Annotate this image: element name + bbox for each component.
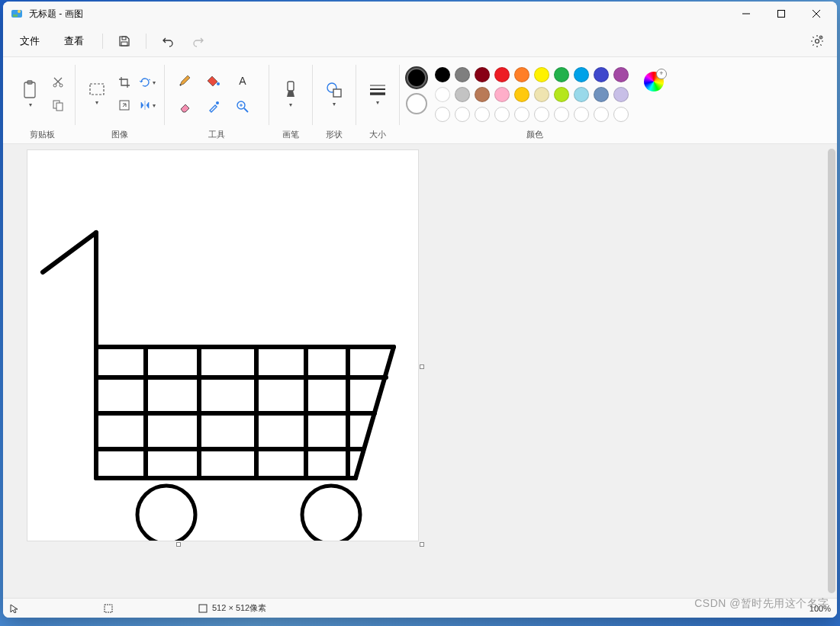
- menu-file[interactable]: 文件: [9, 30, 50, 53]
- paint-window: 无标题 - 画图 文件 查看 ▾: [3, 2, 837, 618]
- cursor-icon: [9, 604, 18, 613]
- edit-colors-button[interactable]: [644, 72, 664, 91]
- swatch[interactable]: [554, 87, 569, 102]
- svg-point-45: [137, 486, 195, 541]
- swatch-grid: [435, 67, 630, 124]
- svg-point-21: [216, 101, 219, 104]
- crop-button[interactable]: [114, 72, 135, 93]
- shapes-button[interactable]: ▾: [319, 72, 349, 115]
- swatch[interactable]: [613, 67, 629, 82]
- redo-button[interactable]: [185, 29, 212, 53]
- resize-handle-se[interactable]: [420, 542, 424, 547]
- swatch[interactable]: [554, 67, 569, 82]
- swatch[interactable]: [435, 67, 450, 82]
- status-dimensions: 512 × 512像素: [198, 602, 282, 614]
- menubar: 文件 查看: [3, 26, 837, 56]
- eraser-tool[interactable]: [171, 95, 198, 119]
- swatch[interactable]: [435, 87, 450, 102]
- swatch-empty[interactable]: [574, 107, 589, 122]
- svg-point-46: [302, 486, 360, 541]
- color2-swatch[interactable]: [406, 93, 427, 114]
- svg-line-23: [244, 108, 248, 112]
- svg-line-32: [43, 233, 96, 272]
- svg-rect-48: [199, 605, 207, 612]
- group-colors: 颜色: [400, 62, 670, 142]
- color1-swatch[interactable]: [406, 67, 427, 88]
- group-brushes: ▾ 画笔: [269, 62, 312, 142]
- menu-view[interactable]: 查看: [53, 30, 95, 53]
- swatch[interactable]: [594, 67, 609, 82]
- titlebar: 无标题 - 画图: [3, 2, 837, 26]
- group-size: ▾ 大小: [356, 62, 399, 142]
- svg-rect-26: [288, 82, 294, 91]
- svg-rect-17: [90, 84, 104, 95]
- fill-tool[interactable]: [200, 69, 227, 93]
- copy-button[interactable]: [47, 95, 69, 116]
- paste-button[interactable]: ▾: [15, 72, 46, 115]
- swatch[interactable]: [494, 67, 510, 82]
- swatch-empty[interactable]: [594, 107, 609, 122]
- swatch[interactable]: [494, 87, 510, 102]
- cut-button[interactable]: [47, 72, 69, 93]
- swatch-empty[interactable]: [455, 107, 470, 122]
- undo-button[interactable]: [154, 29, 182, 53]
- resize-handle-e[interactable]: [420, 364, 424, 369]
- brushes-button[interactable]: ▾: [275, 72, 306, 115]
- swatch[interactable]: [455, 87, 470, 102]
- save-button[interactable]: [111, 29, 138, 53]
- size-button[interactable]: ▾: [362, 72, 393, 115]
- swatch[interactable]: [534, 87, 549, 102]
- status-cursor: [9, 604, 93, 613]
- svg-point-19: [217, 82, 220, 85]
- swatch-empty[interactable]: [435, 107, 450, 122]
- swatch[interactable]: [574, 67, 589, 82]
- resize-handle-s[interactable]: [176, 542, 181, 547]
- label-clipboard: 剪贴板: [30, 126, 55, 142]
- swatch[interactable]: [514, 87, 529, 102]
- swatch[interactable]: [514, 67, 529, 82]
- app-icon: [11, 8, 23, 20]
- magnifier-tool[interactable]: [229, 95, 256, 119]
- swatch[interactable]: [594, 87, 609, 102]
- workspace[interactable]: [3, 144, 837, 598]
- svg-point-1: [18, 10, 21, 13]
- swatch-empty[interactable]: [554, 107, 569, 122]
- label-colors: 颜色: [526, 126, 543, 142]
- canvas[interactable]: [27, 150, 418, 541]
- ribbon: ▾ 剪贴板 ▾ ▾: [3, 56, 837, 144]
- maximize-button[interactable]: [764, 2, 799, 26]
- swatch[interactable]: [574, 87, 589, 102]
- swatch[interactable]: [613, 87, 629, 102]
- rotate-button[interactable]: ▾: [137, 72, 158, 93]
- text-tool[interactable]: A: [229, 69, 256, 93]
- flip-button[interactable]: ▾: [137, 95, 158, 116]
- svg-text:A: A: [239, 75, 246, 87]
- group-clipboard: ▾ 剪贴板: [9, 62, 75, 142]
- swatch-empty[interactable]: [613, 107, 629, 122]
- svg-rect-4: [778, 11, 785, 18]
- svg-point-14: [60, 84, 63, 87]
- swatch[interactable]: [475, 87, 490, 102]
- swatch[interactable]: [534, 67, 549, 82]
- picker-tool[interactable]: [200, 95, 227, 119]
- minimize-button[interactable]: [729, 2, 764, 26]
- swatch-empty[interactable]: [475, 107, 490, 122]
- swatch-empty[interactable]: [514, 107, 529, 122]
- label-tools: 工具: [208, 126, 225, 142]
- group-image: ▾ ▾ ▾ 图像: [76, 62, 164, 142]
- status-zoom: 100%: [809, 604, 831, 613]
- swatch[interactable]: [475, 67, 490, 82]
- swatch-empty[interactable]: [534, 107, 549, 122]
- svg-rect-11: [24, 82, 35, 98]
- close-button[interactable]: [799, 2, 834, 26]
- settings-button[interactable]: [803, 29, 831, 53]
- swatch-empty[interactable]: [494, 107, 510, 122]
- pencil-tool[interactable]: [171, 69, 198, 93]
- statusbar: 512 × 512像素 100%: [3, 598, 837, 618]
- select-button[interactable]: ▾: [82, 72, 112, 115]
- group-shapes: ▾ 形状: [313, 62, 356, 142]
- resize-button[interactable]: [114, 95, 135, 116]
- svg-point-9: [816, 40, 819, 43]
- swatch[interactable]: [455, 67, 470, 82]
- vertical-scrollbar[interactable]: [828, 149, 835, 593]
